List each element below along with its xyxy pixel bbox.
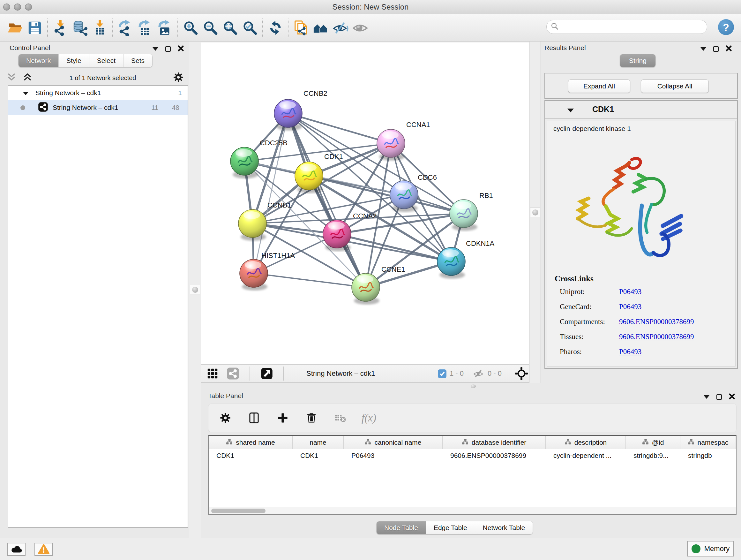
export-image-button[interactable] xyxy=(155,17,175,38)
table-cell[interactable]: cyclin-dependent ... xyxy=(546,449,626,462)
birds-eye-button[interactable] xyxy=(350,17,370,38)
expand-all-button[interactable]: Expand All xyxy=(568,79,630,93)
panel-float-icon[interactable] xyxy=(717,394,722,400)
collapse-all-button[interactable]: Collapse All xyxy=(641,79,709,93)
table-horizontal-scrollbar[interactable] xyxy=(209,507,736,514)
crosslink-link[interactable]: P06493 xyxy=(619,288,642,296)
column-header-database-identifier[interactable]: database identifier xyxy=(443,436,546,449)
search-input[interactable] xyxy=(559,23,699,31)
zoom-out-button[interactable] xyxy=(200,17,220,38)
table-row[interactable]: CDK1CDK1P064939606.ENSP00000378699cyclin… xyxy=(209,449,736,462)
network-collection-row[interactable]: String Network – cdk1 1 xyxy=(8,85,188,100)
network-row[interactable]: String Network – cdk1 11 48 xyxy=(8,100,188,115)
copy-share-button[interactable] xyxy=(291,17,311,38)
automation-cloud-button[interactable] xyxy=(7,543,25,556)
node-CDKN1A[interactable] xyxy=(437,247,465,279)
node-RB1[interactable] xyxy=(450,199,478,231)
panel-float-icon[interactable] xyxy=(165,46,171,52)
table-cell[interactable]: CDK1 xyxy=(293,449,344,462)
import-network-button[interactable] xyxy=(51,17,70,38)
column-header-description[interactable]: description xyxy=(546,436,626,449)
bottom-splitter[interactable] xyxy=(201,383,741,390)
network-options-gear-icon[interactable] xyxy=(173,72,184,84)
node-CCNA1[interactable] xyxy=(377,129,405,161)
gene-header-row[interactable]: CDK1 xyxy=(545,101,737,119)
bottom-splitter-handle[interactable] xyxy=(471,384,476,388)
help-button[interactable]: ? xyxy=(718,19,734,35)
crosslink-link[interactable]: 9606.ENSP00000378699 xyxy=(619,333,694,341)
export-table-button[interactable] xyxy=(135,17,155,38)
refresh-button[interactable] xyxy=(266,17,285,38)
panel-collapse-icon[interactable] xyxy=(700,46,706,52)
panel-collapse-icon[interactable] xyxy=(152,46,158,52)
column-header-@id[interactable]: @id xyxy=(626,436,680,449)
export-network-button[interactable] xyxy=(116,17,135,38)
selected-checkbox[interactable]: 1 - 0 xyxy=(438,365,464,382)
save-session-button[interactable] xyxy=(25,17,45,38)
fit-content-crosshair-icon[interactable] xyxy=(515,365,529,382)
tab-string[interactable]: String xyxy=(620,54,656,67)
network-graph[interactable]: CCNB2CCNA1CDC25BCDK1CDC6RB1CCNB1CCNA2CDK… xyxy=(201,43,529,364)
panel-close-icon[interactable] xyxy=(729,393,735,401)
table-cell[interactable]: P06493 xyxy=(344,449,443,462)
node-CDC25B[interactable] xyxy=(230,147,259,179)
table-settings-gear-icon[interactable] xyxy=(217,408,234,428)
panel-float-icon[interactable] xyxy=(713,46,719,52)
node-HIST1H1A[interactable] xyxy=(240,259,268,291)
left-splitter[interactable] xyxy=(189,42,201,538)
grid-view-icon[interactable] xyxy=(207,365,218,382)
import-database-button[interactable] xyxy=(70,17,90,38)
delete-column-trash-icon[interactable] xyxy=(303,408,320,428)
table-cell[interactable]: stringdb xyxy=(680,449,736,462)
node-CCNB1[interactable] xyxy=(239,209,266,241)
create-column-icon[interactable] xyxy=(274,408,291,428)
column-header-canonical-name[interactable]: canonical name xyxy=(344,436,443,449)
right-splitter[interactable] xyxy=(529,42,541,383)
node-CCNB2[interactable] xyxy=(274,99,302,131)
panel-collapse-icon[interactable] xyxy=(704,394,710,400)
zoom-in-button[interactable] xyxy=(181,17,200,38)
search-field[interactable] xyxy=(546,20,707,34)
tab-node-table[interactable]: Node Table xyxy=(377,521,426,534)
collapse-all-networks-icon[interactable] xyxy=(22,73,32,83)
panel-close-icon[interactable] xyxy=(178,45,184,53)
table-cell[interactable]: 9606.ENSP00000378699 xyxy=(443,449,546,462)
crosslink-link[interactable]: P06493 xyxy=(619,303,642,311)
table-cell[interactable]: stringdb:9... xyxy=(626,449,680,462)
crosslink-link[interactable]: 9606.ENSP00000378699 xyxy=(619,318,694,326)
column-header-namespac[interactable]: namespac xyxy=(680,436,736,449)
show-columns-icon[interactable] xyxy=(246,408,263,428)
tab-style[interactable]: Style xyxy=(58,54,89,67)
expand-all-networks-icon[interactable] xyxy=(6,73,17,83)
node-table[interactable]: shared namenamecanonical namedatabase id… xyxy=(208,435,737,515)
home-button[interactable] xyxy=(311,17,331,38)
tab-edge-table[interactable]: Edge Table xyxy=(426,521,475,534)
open-session-button[interactable] xyxy=(5,17,25,38)
node-CCNA2[interactable] xyxy=(323,220,351,251)
node-CCNE1[interactable] xyxy=(352,273,380,305)
tab-network[interactable]: Network xyxy=(18,54,58,67)
crosslink-link[interactable]: P06493 xyxy=(619,348,642,356)
zoom-selected-button[interactable] xyxy=(240,17,260,38)
tab-select[interactable]: Select xyxy=(89,54,123,67)
node-CDK1[interactable] xyxy=(295,162,323,193)
table-cell[interactable]: CDK1 xyxy=(209,449,293,462)
node-CDC6[interactable] xyxy=(390,181,418,212)
toggle-graphics-details-button[interactable] xyxy=(331,17,350,38)
tab-sets[interactable]: Sets xyxy=(123,54,152,67)
string-style-icon[interactable] xyxy=(226,365,239,382)
zoom-fit-button[interactable] xyxy=(220,17,240,38)
scrollbar-thumb[interactable] xyxy=(211,509,266,513)
network-canvas[interactable]: CCNB2CCNA1CDC25BCDK1CDC6RB1CCNB1CCNA2CDK… xyxy=(201,43,529,364)
tab-network-table[interactable]: Network Table xyxy=(475,521,533,534)
memory-button[interactable]: Memory xyxy=(687,541,734,557)
tree-expand-icon[interactable] xyxy=(23,89,28,97)
column-header-name[interactable]: name xyxy=(293,436,344,449)
column-header-shared-name[interactable]: shared name xyxy=(209,436,293,449)
open-in-window-icon[interactable] xyxy=(260,365,273,382)
warnings-button[interactable] xyxy=(35,543,53,556)
right-splitter-handle[interactable] xyxy=(530,207,540,217)
left-splitter-handle[interactable] xyxy=(190,285,200,294)
gene-collapse-icon[interactable] xyxy=(567,108,574,114)
import-table-button[interactable] xyxy=(90,17,110,38)
